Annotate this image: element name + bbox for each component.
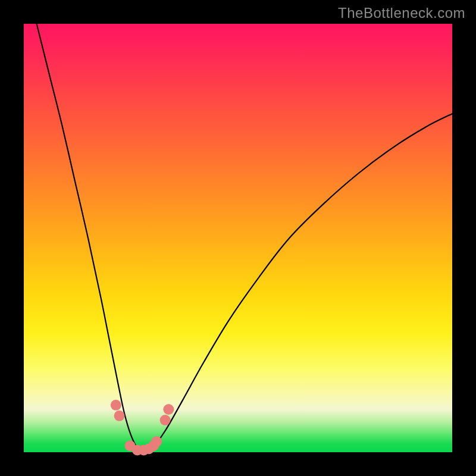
bottleneck-point: [151, 436, 162, 447]
plot-area: [24, 24, 452, 452]
chart-svg: [24, 24, 452, 452]
bottleneck-points-group: [111, 400, 174, 456]
bottleneck-point: [111, 400, 121, 411]
bottleneck-point: [163, 404, 174, 415]
bottleneck-curve: [37, 24, 452, 452]
bottleneck-point: [160, 415, 171, 425]
chart-frame: TheBottleneck.com: [0, 0, 476, 476]
watermark-text: TheBottleneck.com: [338, 5, 465, 21]
bottleneck-point: [114, 411, 125, 421]
